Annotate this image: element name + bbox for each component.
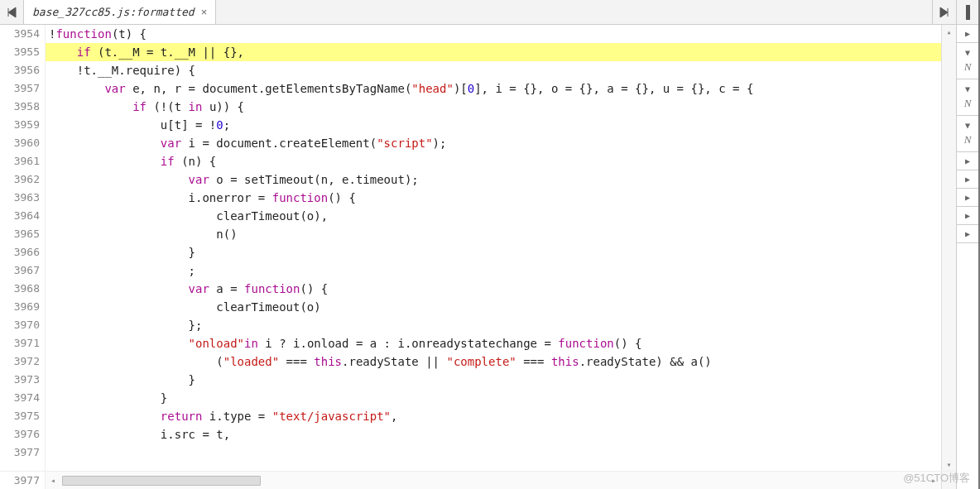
line-number: 3960 <box>0 134 40 152</box>
code-line[interactable]: ; <box>46 261 941 280</box>
hscroll-thumb[interactable] <box>62 476 261 486</box>
code-line[interactable]: } <box>46 243 941 261</box>
line-number: 3969 <box>0 298 40 316</box>
code-line[interactable]: }; <box>46 316 941 334</box>
panel-expand-item[interactable]: ▶ <box>957 152 978 170</box>
line-number: 3972 <box>0 352 40 371</box>
breakpoint-panel-item[interactable]: ▼N <box>957 43 978 79</box>
line-number: 3959 <box>0 116 40 134</box>
tab-filename: base_327cc85.js:formatted <box>32 6 195 18</box>
chevron-right-icon: ▶ <box>965 30 970 38</box>
scroll-up-arrow-icon[interactable]: ▴ <box>942 25 956 38</box>
code-line[interactable]: var a = function() { <box>46 280 941 298</box>
close-icon[interactable]: × <box>201 6 208 18</box>
code-line[interactable]: clearTimeout(o), <box>46 207 941 225</box>
line-number: 3973 <box>0 371 40 389</box>
line-number: 3974 <box>0 389 40 407</box>
code-line[interactable]: if (t.__M = t.__M || {}, <box>46 43 941 61</box>
code-content[interactable]: !function(t) { if (t.__M = t.__M || {}, … <box>46 25 941 471</box>
code-line[interactable]: clearTimeout(o) <box>46 298 941 316</box>
panel-expand-item[interactable]: ▶ <box>957 225 978 243</box>
code-editor[interactable]: 3954395539563957395839593960396139623963… <box>0 25 956 471</box>
breakpoint-panel-item[interactable]: ▼N <box>957 79 978 116</box>
chevron-right-icon: ▶ <box>965 230 970 238</box>
line-number: 3958 <box>0 98 40 116</box>
line-number: 3967 <box>0 261 40 280</box>
code-line[interactable]: var i = document.createElement("script")… <box>46 134 941 152</box>
line-number: 3954 <box>0 25 40 43</box>
vertical-scrollbar[interactable]: ▴ ▾ <box>941 25 956 471</box>
drawer-toggle[interactable] <box>957 0 978 25</box>
code-line[interactable]: var e, n, r = document.getElementsByTagN… <box>46 79 941 98</box>
code-line[interactable]: n() <box>46 225 941 243</box>
code-line[interactable]: if (!(t in u)) { <box>46 98 941 116</box>
line-number: 3964 <box>0 207 40 225</box>
code-line[interactable]: "onload"in i ? i.onload = a : i.onreadys… <box>46 334 941 352</box>
scroll-corner <box>941 472 956 489</box>
code-line[interactable]: var o = setTimeout(n, e.timeout); <box>46 170 941 189</box>
line-number: 3955 <box>0 43 40 61</box>
line-number: 3976 <box>0 425 40 443</box>
line-number: 3966 <box>0 243 40 261</box>
chevron-down-icon: ▼ <box>965 85 970 93</box>
code-line[interactable]: return i.type = "text/javascript", <box>46 407 941 425</box>
main-column: base_327cc85.js:formatted × 395439553956… <box>0 0 957 489</box>
line-number: 3965 <box>0 225 40 243</box>
panel-expand-item[interactable]: ▶ <box>957 170 978 189</box>
tab-nav-prev[interactable] <box>0 0 24 24</box>
line-number: 3962 <box>0 170 40 189</box>
scroll-down-arrow-icon[interactable]: ▾ <box>942 458 956 471</box>
code-line[interactable]: !function(t) { <box>46 25 941 43</box>
panel-n-label: N <box>964 60 972 74</box>
line-number: 3963 <box>0 189 40 207</box>
file-tab[interactable]: base_327cc85.js:formatted × <box>24 0 216 24</box>
code-line[interactable]: i.src = t, <box>46 425 941 443</box>
code-line[interactable]: ("loaded" === this.readyState || "comple… <box>46 352 941 371</box>
horizontal-scrollbar-row: 3977 ◂ ▸ <box>0 471 956 489</box>
panel-expand-item[interactable]: ▶ <box>957 25 978 43</box>
code-line[interactable]: } <box>46 389 941 407</box>
panel-n-label: N <box>964 97 972 110</box>
tab-bar: base_327cc85.js:formatted × <box>0 0 956 25</box>
line-number: 3975 <box>0 407 40 425</box>
chevron-right-icon: ▶ <box>965 194 970 202</box>
code-line[interactable]: } <box>46 371 941 389</box>
line-gutter: 3954395539563957395839593960396139623963… <box>0 25 46 471</box>
line-number: 3970 <box>0 316 40 334</box>
panel-n-label: N <box>964 133 972 146</box>
right-sidebar: ▶▼N▼N▼N▶▶▶▶▶ <box>957 0 980 489</box>
tab-nav-next[interactable] <box>932 0 956 24</box>
chevron-right-icon: ▶ <box>965 212 970 220</box>
chevron-right-icon: ▶ <box>965 157 970 165</box>
code-line[interactable]: !t.__M.require) { <box>46 61 941 79</box>
scroll-right-arrow-icon[interactable]: ▸ <box>926 476 941 485</box>
line-number: 3961 <box>0 152 40 170</box>
horizontal-scrollbar[interactable]: ◂ ▸ <box>46 472 941 489</box>
line-number: 3956 <box>0 61 40 79</box>
code-line[interactable]: if (n) { <box>46 152 941 170</box>
code-line[interactable]: u[t] = !0; <box>46 116 941 134</box>
panel-expand-item[interactable]: ▶ <box>957 189 978 207</box>
gutter-last-line: 3977 <box>0 472 46 489</box>
chevron-right-icon: ▶ <box>965 175 970 184</box>
scroll-left-arrow-icon[interactable]: ◂ <box>46 476 60 485</box>
line-number: 3957 <box>0 79 40 98</box>
panel-expand-item[interactable]: ▶ <box>957 207 978 225</box>
code-line[interactable]: i.onerror = function() { <box>46 189 941 207</box>
chevron-down-icon: ▼ <box>965 122 970 130</box>
line-number: 3968 <box>0 280 40 298</box>
line-number: 3977 <box>0 443 40 462</box>
chevron-down-icon: ▼ <box>965 49 970 57</box>
line-number: 3971 <box>0 334 40 352</box>
breakpoint-panel-item[interactable]: ▼N <box>957 116 978 152</box>
